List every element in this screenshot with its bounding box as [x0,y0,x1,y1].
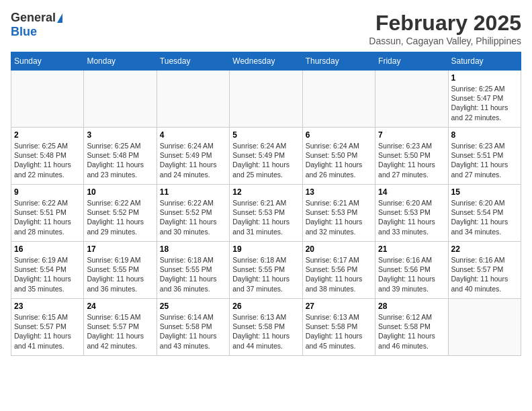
calendar-cell: 28Sunrise: 6:12 AM Sunset: 5:58 PM Dayli… [375,299,448,356]
calendar-week-4: 16Sunrise: 6:19 AM Sunset: 5:54 PM Dayli… [11,242,521,299]
day-number: 8 [451,130,518,140]
calendar-cell: 12Sunrise: 6:21 AM Sunset: 5:53 PM Dayli… [230,185,302,242]
calendar-cell: 15Sunrise: 6:20 AM Sunset: 5:54 PM Dayli… [448,185,521,242]
weekday-header-sunday: Sunday [11,52,84,71]
day-number: 24 [87,302,153,311]
day-info: Sunrise: 6:21 AM Sunset: 5:53 PM Dayligh… [306,198,372,236]
day-info: Sunrise: 6:18 AM Sunset: 5:55 PM Dayligh… [160,255,226,293]
day-info: Sunrise: 6:18 AM Sunset: 5:55 PM Dayligh… [232,255,299,293]
location-subtitle: Dassun, Cagayan Valley, Philippines [369,36,521,46]
day-number: 9 [14,187,81,197]
day-info: Sunrise: 6:15 AM Sunset: 5:57 PM Dayligh… [87,312,153,351]
calendar-cell: 8Sunrise: 6:23 AM Sunset: 5:51 PM Daylig… [448,128,521,185]
calendar-table: SundayMondayTuesdayWednesdayThursdayFrid… [11,52,521,356]
calendar-cell: 6Sunrise: 6:24 AM Sunset: 5:50 PM Daylig… [302,128,375,185]
calendar-cell [230,71,302,128]
weekday-header-thursday: Thursday [302,52,375,71]
logo-general-text: General [11,11,56,25]
day-info: Sunrise: 6:13 AM Sunset: 5:58 PM Dayligh… [306,312,372,351]
calendar-cell: 3Sunrise: 6:25 AM Sunset: 5:48 PM Daylig… [84,128,157,185]
calendar-cell [302,71,375,128]
calendar-cell: 11Sunrise: 6:22 AM Sunset: 5:52 PM Dayli… [157,185,229,242]
day-number: 12 [232,187,299,197]
day-info: Sunrise: 6:22 AM Sunset: 5:52 PM Dayligh… [160,198,226,236]
day-number: 27 [306,302,372,311]
day-number: 23 [14,302,81,311]
day-info: Sunrise: 6:21 AM Sunset: 5:53 PM Dayligh… [232,198,299,236]
calendar-cell: 16Sunrise: 6:19 AM Sunset: 5:54 PM Dayli… [11,242,84,299]
weekday-header-tuesday: Tuesday [157,52,229,71]
calendar-week-1: 1Sunrise: 6:25 AM Sunset: 5:47 PM Daylig… [11,71,521,128]
calendar-week-3: 9Sunrise: 6:22 AM Sunset: 5:51 PM Daylig… [11,185,521,242]
weekday-header-wednesday: Wednesday [230,52,302,71]
calendar-cell: 9Sunrise: 6:22 AM Sunset: 5:51 PM Daylig… [11,185,84,242]
header: General Blue February 2025 Dassun, Cagay… [11,11,521,46]
day-number: 17 [87,244,153,254]
calendar-week-5: 23Sunrise: 6:15 AM Sunset: 5:57 PM Dayli… [11,299,521,356]
calendar-cell: 19Sunrise: 6:18 AM Sunset: 5:55 PM Dayli… [230,242,302,299]
day-number: 6 [306,130,372,140]
day-number: 10 [87,187,153,197]
day-number: 25 [160,302,226,311]
day-info: Sunrise: 6:16 AM Sunset: 5:57 PM Dayligh… [451,255,518,293]
calendar-cell: 2Sunrise: 6:25 AM Sunset: 5:48 PM Daylig… [11,128,84,185]
day-number: 22 [451,244,518,254]
calendar-cell: 1Sunrise: 6:25 AM Sunset: 5:47 PM Daylig… [448,71,521,128]
day-number: 21 [378,244,445,254]
day-info: Sunrise: 6:20 AM Sunset: 5:54 PM Dayligh… [451,198,518,236]
weekday-header-monday: Monday [84,52,157,71]
calendar-cell: 5Sunrise: 6:24 AM Sunset: 5:49 PM Daylig… [230,128,302,185]
calendar-cell: 25Sunrise: 6:14 AM Sunset: 5:58 PM Dayli… [157,299,229,356]
calendar-cell: 21Sunrise: 6:16 AM Sunset: 5:56 PM Dayli… [375,242,448,299]
day-info: Sunrise: 6:25 AM Sunset: 5:47 PM Dayligh… [451,84,518,122]
calendar-cell: 27Sunrise: 6:13 AM Sunset: 5:58 PM Dayli… [302,299,375,356]
day-number: 11 [160,187,226,197]
calendar-cell: 17Sunrise: 6:19 AM Sunset: 5:55 PM Dayli… [84,242,157,299]
day-info: Sunrise: 6:19 AM Sunset: 5:54 PM Dayligh… [14,255,81,293]
day-number: 5 [232,130,299,140]
calendar-header: SundayMondayTuesdayWednesdayThursdayFrid… [11,52,521,71]
day-number: 20 [306,244,372,254]
day-number: 28 [378,302,445,311]
calendar-cell: 14Sunrise: 6:20 AM Sunset: 5:53 PM Dayli… [375,185,448,242]
month-year-title: February 2025 [369,11,521,36]
title-area: February 2025 Dassun, Cagayan Valley, Ph… [369,11,521,46]
day-info: Sunrise: 6:24 AM Sunset: 5:49 PM Dayligh… [232,141,299,179]
day-info: Sunrise: 6:16 AM Sunset: 5:56 PM Dayligh… [378,255,445,293]
day-info: Sunrise: 6:23 AM Sunset: 5:51 PM Dayligh… [451,141,518,179]
day-info: Sunrise: 6:22 AM Sunset: 5:51 PM Dayligh… [14,198,81,236]
weekday-header-friday: Friday [375,52,448,71]
day-info: Sunrise: 6:12 AM Sunset: 5:58 PM Dayligh… [378,312,445,351]
day-number: 14 [378,187,445,197]
calendar-cell [157,71,229,128]
day-number: 19 [232,244,299,254]
day-info: Sunrise: 6:14 AM Sunset: 5:58 PM Dayligh… [160,312,226,351]
day-info: Sunrise: 6:25 AM Sunset: 5:48 PM Dayligh… [87,141,153,179]
day-info: Sunrise: 6:19 AM Sunset: 5:55 PM Dayligh… [87,255,153,293]
calendar-cell [84,71,157,128]
calendar-cell: 22Sunrise: 6:16 AM Sunset: 5:57 PM Dayli… [448,242,521,299]
calendar-cell [375,71,448,128]
calendar-cell: 26Sunrise: 6:13 AM Sunset: 5:58 PM Dayli… [230,299,302,356]
day-info: Sunrise: 6:17 AM Sunset: 5:56 PM Dayligh… [306,255,372,293]
day-number: 16 [14,244,81,254]
calendar-cell: 18Sunrise: 6:18 AM Sunset: 5:55 PM Dayli… [157,242,229,299]
day-number: 1 [451,73,518,83]
day-info: Sunrise: 6:25 AM Sunset: 5:48 PM Dayligh… [14,141,81,179]
weekday-header-saturday: Saturday [448,52,521,71]
day-number: 26 [232,302,299,311]
calendar-cell: 7Sunrise: 6:23 AM Sunset: 5:50 PM Daylig… [375,128,448,185]
calendar-cell: 13Sunrise: 6:21 AM Sunset: 5:53 PM Dayli… [302,185,375,242]
day-info: Sunrise: 6:24 AM Sunset: 5:49 PM Dayligh… [160,141,226,179]
day-number: 3 [87,130,153,140]
day-number: 4 [160,130,226,140]
day-number: 2 [14,130,81,140]
day-info: Sunrise: 6:13 AM Sunset: 5:58 PM Dayligh… [232,312,299,351]
day-number: 15 [451,187,518,197]
logo: General Blue [11,11,62,39]
calendar-cell: 4Sunrise: 6:24 AM Sunset: 5:49 PM Daylig… [157,128,229,185]
day-info: Sunrise: 6:20 AM Sunset: 5:53 PM Dayligh… [378,198,445,236]
calendar-cell: 23Sunrise: 6:15 AM Sunset: 5:57 PM Dayli… [11,299,84,356]
day-number: 7 [378,130,445,140]
calendar-cell: 10Sunrise: 6:22 AM Sunset: 5:52 PM Dayli… [84,185,157,242]
